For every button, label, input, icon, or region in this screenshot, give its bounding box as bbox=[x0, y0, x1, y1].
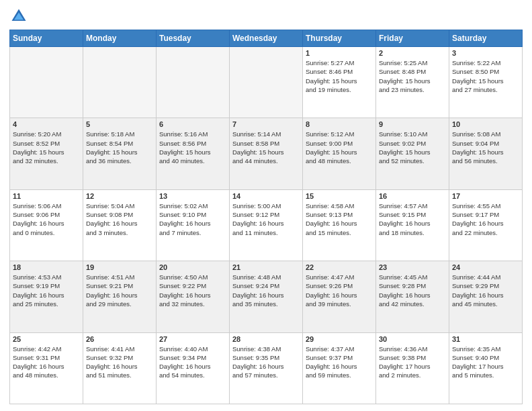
day-number: 24 bbox=[452, 263, 519, 271]
calendar-day-cell: 22Sunrise: 4:47 AM Sunset: 9:26 PM Dayli… bbox=[303, 261, 376, 332]
calendar-day-cell: 2Sunrise: 5:25 AM Sunset: 8:48 PM Daylig… bbox=[376, 47, 449, 118]
day-info: Sunrise: 5:06 AM Sunset: 9:06 PM Dayligh… bbox=[13, 201, 80, 237]
calendar-day-cell: 28Sunrise: 4:38 AM Sunset: 9:35 PM Dayli… bbox=[230, 332, 303, 404]
logo-icon bbox=[9, 7, 28, 26]
day-number: 9 bbox=[379, 120, 446, 128]
day-number: 14 bbox=[232, 192, 300, 200]
calendar-day-cell: 18Sunrise: 4:53 AM Sunset: 9:19 PM Dayli… bbox=[10, 261, 83, 332]
day-info: Sunrise: 4:38 AM Sunset: 9:35 PM Dayligh… bbox=[232, 345, 300, 380]
day-info: Sunrise: 5:25 AM Sunset: 8:48 PM Dayligh… bbox=[379, 58, 446, 94]
calendar-day-cell: 13Sunrise: 5:02 AM Sunset: 9:10 PM Dayli… bbox=[157, 189, 230, 261]
day-info: Sunrise: 4:50 AM Sunset: 9:22 PM Dayligh… bbox=[159, 273, 226, 308]
day-info: Sunrise: 5:18 AM Sunset: 8:54 PM Dayligh… bbox=[86, 130, 153, 165]
calendar-day-cell bbox=[10, 47, 83, 118]
day-info: Sunrise: 5:20 AM Sunset: 8:52 PM Dayligh… bbox=[13, 130, 80, 165]
day-number: 3 bbox=[452, 49, 519, 57]
day-info: Sunrise: 5:22 AM Sunset: 8:50 PM Dayligh… bbox=[452, 58, 519, 94]
calendar-day-cell: 7Sunrise: 5:14 AM Sunset: 8:58 PM Daylig… bbox=[230, 118, 303, 189]
day-info: Sunrise: 4:36 AM Sunset: 9:38 PM Dayligh… bbox=[379, 345, 446, 380]
calendar-day-cell: 12Sunrise: 5:04 AM Sunset: 9:08 PM Dayli… bbox=[83, 189, 157, 261]
calendar-header-row: SundayMondayTuesdayWednesdayThursdayFrid… bbox=[10, 30, 523, 47]
calendar-day-header: Wednesday bbox=[230, 30, 303, 47]
day-number: 10 bbox=[452, 120, 519, 128]
day-info: Sunrise: 4:44 AM Sunset: 9:29 PM Dayligh… bbox=[452, 273, 519, 308]
day-number: 22 bbox=[306, 263, 373, 271]
calendar-table: SundayMondayTuesdayWednesdayThursdayFrid… bbox=[9, 30, 523, 404]
calendar-week-row: 18Sunrise: 4:53 AM Sunset: 9:19 PM Dayli… bbox=[10, 261, 523, 332]
day-info: Sunrise: 5:27 AM Sunset: 8:46 PM Dayligh… bbox=[306, 58, 373, 94]
calendar-day-cell: 21Sunrise: 4:48 AM Sunset: 9:24 PM Dayli… bbox=[230, 261, 303, 332]
calendar-day-cell: 14Sunrise: 5:00 AM Sunset: 9:12 PM Dayli… bbox=[230, 189, 303, 261]
day-number: 21 bbox=[232, 263, 300, 271]
calendar-day-header: Monday bbox=[83, 30, 157, 47]
day-info: Sunrise: 5:16 AM Sunset: 8:56 PM Dayligh… bbox=[159, 130, 226, 165]
calendar-day-cell: 15Sunrise: 4:58 AM Sunset: 9:13 PM Dayli… bbox=[303, 189, 376, 261]
calendar-day-cell: 26Sunrise: 4:41 AM Sunset: 9:32 PM Dayli… bbox=[83, 332, 157, 404]
day-info: Sunrise: 5:02 AM Sunset: 9:10 PM Dayligh… bbox=[159, 201, 226, 237]
calendar-day-cell: 19Sunrise: 4:51 AM Sunset: 9:21 PM Dayli… bbox=[83, 261, 157, 332]
calendar-day-cell bbox=[230, 47, 303, 118]
day-number: 25 bbox=[13, 335, 80, 343]
day-number: 7 bbox=[232, 120, 300, 128]
calendar-day-cell: 30Sunrise: 4:36 AM Sunset: 9:38 PM Dayli… bbox=[376, 332, 449, 404]
calendar-day-cell: 9Sunrise: 5:10 AM Sunset: 9:02 PM Daylig… bbox=[376, 118, 449, 189]
day-info: Sunrise: 5:14 AM Sunset: 8:58 PM Dayligh… bbox=[232, 130, 300, 165]
calendar-day-cell bbox=[83, 47, 157, 118]
day-info: Sunrise: 4:47 AM Sunset: 9:26 PM Dayligh… bbox=[306, 273, 373, 308]
day-number: 27 bbox=[159, 335, 226, 343]
day-number: 30 bbox=[379, 335, 446, 343]
page: SundayMondayTuesdayWednesdayThursdayFrid… bbox=[0, 0, 532, 411]
day-info: Sunrise: 4:53 AM Sunset: 9:19 PM Dayligh… bbox=[13, 273, 80, 308]
day-number: 6 bbox=[159, 120, 226, 128]
calendar-day-cell bbox=[157, 47, 230, 118]
calendar-week-row: 25Sunrise: 4:42 AM Sunset: 9:31 PM Dayli… bbox=[10, 332, 523, 404]
calendar-day-cell: 24Sunrise: 4:44 AM Sunset: 9:29 PM Dayli… bbox=[449, 261, 523, 332]
day-number: 23 bbox=[379, 263, 446, 271]
day-number: 4 bbox=[13, 120, 80, 128]
day-number: 29 bbox=[306, 335, 373, 343]
day-info: Sunrise: 4:51 AM Sunset: 9:21 PM Dayligh… bbox=[86, 273, 153, 308]
day-info: Sunrise: 4:45 AM Sunset: 9:28 PM Dayligh… bbox=[379, 273, 446, 308]
day-info: Sunrise: 5:08 AM Sunset: 9:04 PM Dayligh… bbox=[452, 130, 519, 165]
calendar-day-header: Tuesday bbox=[157, 30, 230, 47]
day-info: Sunrise: 4:57 AM Sunset: 9:15 PM Dayligh… bbox=[379, 201, 446, 237]
calendar-day-cell: 29Sunrise: 4:37 AM Sunset: 9:37 PM Dayli… bbox=[303, 332, 376, 404]
day-number: 8 bbox=[306, 120, 373, 128]
calendar-day-cell: 27Sunrise: 4:40 AM Sunset: 9:34 PM Dayli… bbox=[157, 332, 230, 404]
calendar-day-cell: 17Sunrise: 4:55 AM Sunset: 9:17 PM Dayli… bbox=[449, 189, 523, 261]
calendar-day-cell: 8Sunrise: 5:12 AM Sunset: 9:00 PM Daylig… bbox=[303, 118, 376, 189]
calendar-week-row: 4Sunrise: 5:20 AM Sunset: 8:52 PM Daylig… bbox=[10, 118, 523, 189]
day-number: 17 bbox=[452, 192, 519, 200]
calendar-day-cell: 11Sunrise: 5:06 AM Sunset: 9:06 PM Dayli… bbox=[10, 189, 83, 261]
calendar-day-cell: 3Sunrise: 5:22 AM Sunset: 8:50 PM Daylig… bbox=[449, 47, 523, 118]
day-info: Sunrise: 4:48 AM Sunset: 9:24 PM Dayligh… bbox=[232, 273, 300, 308]
day-info: Sunrise: 4:42 AM Sunset: 9:31 PM Dayligh… bbox=[13, 345, 80, 380]
calendar-day-cell: 23Sunrise: 4:45 AM Sunset: 9:28 PM Dayli… bbox=[376, 261, 449, 332]
calendar-day-header: Friday bbox=[376, 30, 449, 47]
day-number: 13 bbox=[159, 192, 226, 200]
calendar-day-cell: 31Sunrise: 4:35 AM Sunset: 9:40 PM Dayli… bbox=[449, 332, 523, 404]
calendar-day-cell: 10Sunrise: 5:08 AM Sunset: 9:04 PM Dayli… bbox=[449, 118, 523, 189]
day-number: 12 bbox=[86, 192, 153, 200]
day-info: Sunrise: 4:37 AM Sunset: 9:37 PM Dayligh… bbox=[306, 345, 373, 380]
day-number: 16 bbox=[379, 192, 446, 200]
day-number: 15 bbox=[306, 192, 373, 200]
day-number: 18 bbox=[13, 263, 80, 271]
calendar-day-cell: 1Sunrise: 5:27 AM Sunset: 8:46 PM Daylig… bbox=[303, 47, 376, 118]
day-info: Sunrise: 5:00 AM Sunset: 9:12 PM Dayligh… bbox=[232, 201, 300, 237]
day-number: 2 bbox=[379, 49, 446, 57]
calendar-day-cell: 5Sunrise: 5:18 AM Sunset: 8:54 PM Daylig… bbox=[83, 118, 157, 189]
day-number: 5 bbox=[86, 120, 153, 128]
calendar-day-header: Sunday bbox=[10, 30, 83, 47]
calendar-day-cell: 16Sunrise: 4:57 AM Sunset: 9:15 PM Dayli… bbox=[376, 189, 449, 261]
day-info: Sunrise: 5:12 AM Sunset: 9:00 PM Dayligh… bbox=[306, 130, 373, 165]
day-number: 19 bbox=[86, 263, 153, 271]
day-number: 28 bbox=[232, 335, 300, 343]
calendar-day-header: Thursday bbox=[303, 30, 376, 47]
day-info: Sunrise: 4:58 AM Sunset: 9:13 PM Dayligh… bbox=[306, 201, 373, 237]
calendar-week-row: 1Sunrise: 5:27 AM Sunset: 8:46 PM Daylig… bbox=[10, 47, 523, 118]
day-info: Sunrise: 4:55 AM Sunset: 9:17 PM Dayligh… bbox=[452, 201, 519, 237]
calendar-week-row: 11Sunrise: 5:06 AM Sunset: 9:06 PM Dayli… bbox=[10, 189, 523, 261]
calendar-day-cell: 20Sunrise: 4:50 AM Sunset: 9:22 PM Dayli… bbox=[157, 261, 230, 332]
header bbox=[9, 7, 523, 26]
